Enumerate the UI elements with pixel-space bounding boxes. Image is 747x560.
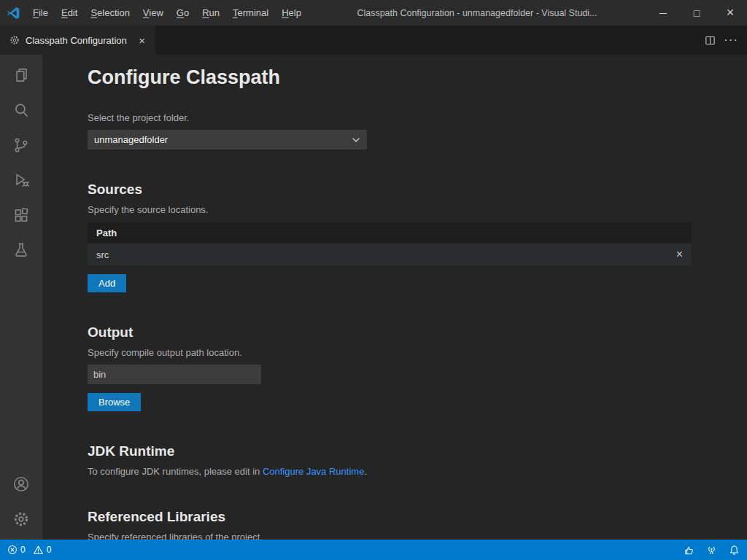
sources-description: Specify the source locations. xyxy=(88,204,692,215)
problems-indicator[interactable]: 0 0 xyxy=(7,540,51,560)
sources-table-header: Path xyxy=(88,222,692,244)
activity-bar xyxy=(0,55,42,540)
tab-label: Classpath Configuration xyxy=(26,35,127,46)
window-controls: ─ □ × xyxy=(646,0,747,26)
explorer-icon[interactable] xyxy=(4,58,39,93)
configure-java-runtime-link[interactable]: Configure Java Runtime xyxy=(263,466,364,477)
editor-tab-bar: Classpath Configuration × ··· xyxy=(0,26,747,55)
status-bar-right xyxy=(684,540,740,560)
sources-table: Path src × xyxy=(88,222,692,265)
jdk-text-after: . xyxy=(364,466,367,477)
menu-bar: File Edit Selection View Go Run Terminal… xyxy=(26,0,308,26)
add-source-button[interactable]: Add xyxy=(88,274,126,292)
table-row[interactable]: src × xyxy=(88,244,692,265)
window-title: Classpath Configuration - unmanagedfolde… xyxy=(308,8,646,18)
settings-gear-icon[interactable] xyxy=(4,502,39,537)
split-editor-icon[interactable] xyxy=(704,34,716,47)
editor-actions: ··· xyxy=(704,26,747,55)
testing-icon[interactable] xyxy=(4,233,39,268)
vscode-window: File Edit Selection View Go Run Terminal… xyxy=(0,0,747,560)
error-count: 0 xyxy=(20,545,26,555)
path-column-header: Path xyxy=(96,228,117,238)
jdk-runtime-description: To configure JDK runtimes, please edit i… xyxy=(88,466,692,477)
menu-file[interactable]: File xyxy=(26,0,55,26)
output-path-input[interactable] xyxy=(88,365,261,384)
titlebar: File Edit Selection View Go Run Terminal… xyxy=(0,0,747,26)
radio-tower-icon[interactable] xyxy=(706,545,717,556)
more-actions-icon[interactable]: ··· xyxy=(724,36,738,44)
bell-icon[interactable] xyxy=(729,545,740,556)
project-folder-select[interactable]: unmanagedfolder xyxy=(88,130,367,149)
sources-heading: Sources xyxy=(88,182,692,198)
tab-close-icon[interactable]: × xyxy=(135,33,150,47)
menu-view[interactable]: View xyxy=(136,0,170,26)
menu-help[interactable]: Help xyxy=(275,0,308,26)
extensions-icon[interactable] xyxy=(4,198,39,233)
warning-icon xyxy=(33,545,44,555)
run-and-debug-icon[interactable] xyxy=(4,163,39,198)
menu-run[interactable]: Run xyxy=(196,0,226,26)
menu-selection[interactable]: Selection xyxy=(84,0,136,26)
activity-bar-top xyxy=(4,58,39,268)
menu-terminal[interactable]: Terminal xyxy=(226,0,275,26)
minimize-button[interactable]: ─ xyxy=(646,0,680,26)
source-path-value: src xyxy=(96,249,109,260)
error-icon xyxy=(7,545,18,555)
main-area: Configure Classpath Select the project f… xyxy=(0,55,747,540)
remove-source-icon[interactable]: × xyxy=(676,249,683,260)
browse-output-button[interactable]: Browse xyxy=(88,393,141,411)
page-title: Configure Classpath xyxy=(88,66,692,89)
close-window-button[interactable]: × xyxy=(713,0,747,26)
referenced-libraries-description: Specify referenced libraries of the proj… xyxy=(88,532,692,540)
project-folder-label: Select the project folder. xyxy=(88,112,692,123)
menu-go[interactable]: Go xyxy=(170,0,196,26)
search-icon[interactable] xyxy=(4,93,39,128)
maximize-button[interactable]: □ xyxy=(680,0,713,26)
output-heading: Output xyxy=(88,324,692,341)
tab-classpath-configuration[interactable]: Classpath Configuration × xyxy=(0,26,155,55)
accounts-icon[interactable] xyxy=(4,467,39,502)
project-folder-value: unmanagedfolder xyxy=(94,134,168,145)
status-bar-left: 0 0 xyxy=(7,540,51,560)
output-description: Specify compile output path location. xyxy=(88,347,692,358)
jdk-runtime-heading: JDK Runtime xyxy=(88,443,692,459)
classpath-configuration-editor: Configure Classpath Select the project f… xyxy=(42,55,747,540)
menu-edit[interactable]: Edit xyxy=(55,0,84,26)
status-bar: 0 0 xyxy=(0,540,747,560)
source-control-icon[interactable] xyxy=(4,128,39,163)
activity-bar-bottom xyxy=(4,467,39,537)
thumbs-up-icon[interactable] xyxy=(684,545,694,556)
jdk-text-before: To configure JDK runtimes, please edit i… xyxy=(88,466,263,477)
chevron-down-icon xyxy=(351,135,361,145)
referenced-libraries-heading: Referenced Libraries xyxy=(88,509,692,525)
classpath-tab-icon xyxy=(9,34,20,46)
vscode-logo-icon xyxy=(0,6,26,20)
warning-count: 0 xyxy=(47,545,52,555)
